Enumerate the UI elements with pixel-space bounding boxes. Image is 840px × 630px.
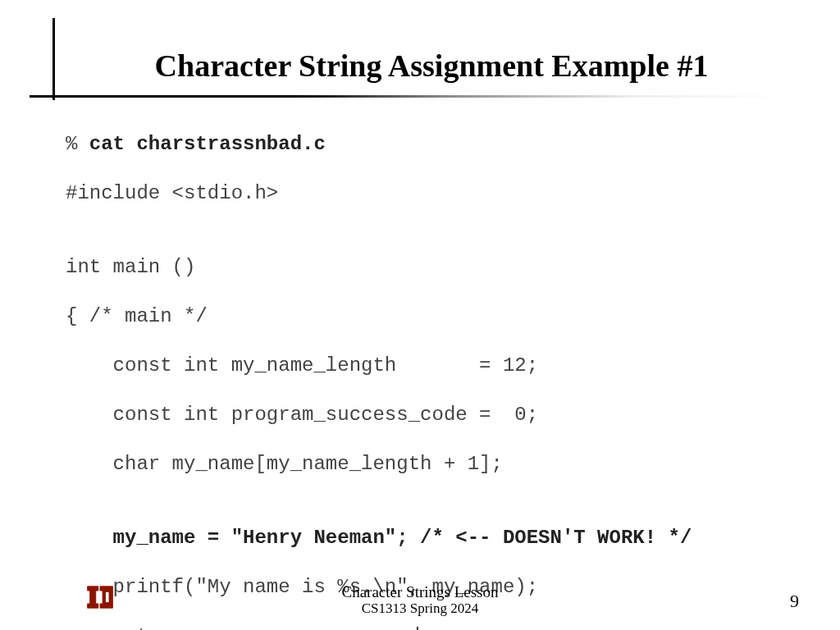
title-horizontal-rule (30, 95, 781, 98)
code-line: char my_name[my_name_length + 1]; (66, 452, 807, 477)
slide-title: Character String Assignment Example #1 (56, 23, 807, 95)
code-line: int main () (66, 255, 807, 280)
code-line: { /* main */ (66, 304, 807, 329)
code-line: return program_success_code; (66, 624, 807, 630)
code-line: const int program_success_code = 0; (66, 403, 807, 427)
title-vertical-rule (52, 18, 55, 100)
shell-command-cat: cat charstrassnbad.c (89, 133, 326, 155)
slide-footer: Character Strings Lesson CS1313 Spring 2… (0, 583, 840, 617)
footer-course: CS1313 Spring 2024 (341, 600, 498, 617)
code-line: #include <stdio.h> (66, 181, 807, 206)
shell-prompt: % (66, 133, 89, 155)
code-block: % cat charstrassnbad.c #include <stdio.h… (66, 107, 807, 630)
footer-lesson: Character Strings Lesson (341, 583, 498, 601)
code-line-emphasis: my_name = "Henry Neeman"; /* <-- DOESN'T… (66, 526, 807, 550)
page-number: 9 (790, 591, 799, 612)
code-line: const int my_name_length = 12; (66, 354, 807, 378)
